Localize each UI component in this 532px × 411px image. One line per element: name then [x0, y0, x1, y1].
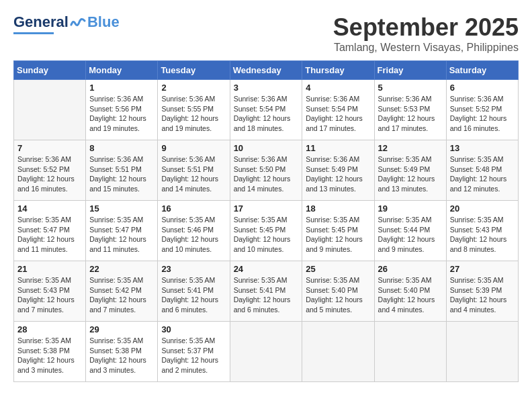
calendar-cell	[14, 80, 86, 140]
calendar-cell: 25Sunrise: 5:35 AM Sunset: 5:40 PM Dayli…	[302, 261, 374, 322]
calendar-week-row: 1Sunrise: 5:36 AM Sunset: 5:56 PM Daylig…	[14, 80, 519, 140]
calendar-cell: 21Sunrise: 5:35 AM Sunset: 5:43 PM Dayli…	[14, 261, 86, 322]
calendar-header-monday: Monday	[86, 61, 158, 80]
day-info: Sunrise: 5:36 AM Sunset: 5:54 PM Dayligh…	[234, 94, 299, 134]
calendar-table: SundayMondayTuesdayWednesdayThursdayFrid…	[13, 60, 519, 382]
calendar-week-row: 28Sunrise: 5:35 AM Sunset: 5:38 PM Dayli…	[14, 322, 519, 382]
day-number: 18	[306, 203, 370, 214]
day-info: Sunrise: 5:36 AM Sunset: 5:54 PM Dayligh…	[306, 94, 370, 134]
calendar-header-thursday: Thursday	[302, 61, 374, 80]
day-number: 24	[234, 264, 299, 274]
day-info: Sunrise: 5:35 AM Sunset: 5:39 PM Dayligh…	[450, 275, 515, 315]
calendar-cell: 4Sunrise: 5:36 AM Sunset: 5:54 PM Daylig…	[302, 80, 374, 140]
calendar-week-row: 14Sunrise: 5:35 AM Sunset: 5:47 PM Dayli…	[14, 201, 519, 261]
calendar-cell: 12Sunrise: 5:35 AM Sunset: 5:49 PM Dayli…	[374, 140, 446, 201]
calendar-week-row: 7Sunrise: 5:36 AM Sunset: 5:52 PM Daylig…	[14, 140, 519, 201]
calendar-cell: 9Sunrise: 5:36 AM Sunset: 5:51 PM Daylig…	[158, 140, 230, 201]
day-info: Sunrise: 5:35 AM Sunset: 5:47 PM Dayligh…	[17, 215, 82, 255]
day-info: Sunrise: 5:35 AM Sunset: 5:46 PM Dayligh…	[161, 215, 226, 255]
day-number: 30	[161, 324, 226, 334]
day-number: 22	[89, 264, 154, 274]
day-info: Sunrise: 5:35 AM Sunset: 5:42 PM Dayligh…	[89, 275, 154, 315]
day-number: 4	[306, 83, 370, 93]
day-number: 12	[378, 143, 443, 153]
day-number: 5	[378, 83, 443, 93]
calendar-cell: 19Sunrise: 5:35 AM Sunset: 5:44 PM Dayli…	[374, 201, 446, 261]
day-number: 9	[161, 143, 226, 153]
logo: GeneralBlue	[13, 13, 120, 34]
day-info: Sunrise: 5:35 AM Sunset: 5:48 PM Dayligh…	[450, 154, 515, 194]
day-info: Sunrise: 5:36 AM Sunset: 5:51 PM Dayligh…	[89, 154, 154, 194]
calendar-cell	[446, 322, 518, 382]
day-info: Sunrise: 5:35 AM Sunset: 5:45 PM Dayligh…	[234, 215, 299, 255]
month-title: September 2025	[333, 13, 519, 42]
day-info: Sunrise: 5:35 AM Sunset: 5:40 PM Dayligh…	[378, 275, 443, 315]
calendar-cell: 3Sunrise: 5:36 AM Sunset: 5:54 PM Daylig…	[230, 80, 302, 140]
calendar-cell: 2Sunrise: 5:36 AM Sunset: 5:55 PM Daylig…	[158, 80, 230, 140]
calendar-cell: 26Sunrise: 5:35 AM Sunset: 5:40 PM Dayli…	[374, 261, 446, 322]
day-info: Sunrise: 5:35 AM Sunset: 5:41 PM Dayligh…	[161, 275, 226, 315]
calendar-header-wednesday: Wednesday	[230, 61, 302, 80]
day-number: 7	[17, 143, 82, 153]
calendar-cell	[230, 322, 302, 382]
day-info: Sunrise: 5:36 AM Sunset: 5:53 PM Dayligh…	[378, 94, 443, 134]
day-info: Sunrise: 5:35 AM Sunset: 5:44 PM Dayligh…	[378, 215, 443, 255]
calendar-header-tuesday: Tuesday	[158, 61, 230, 80]
calendar-cell: 16Sunrise: 5:35 AM Sunset: 5:46 PM Dayli…	[158, 201, 230, 261]
calendar-header-sunday: Sunday	[14, 61, 86, 80]
day-number: 13	[450, 143, 515, 153]
day-info: Sunrise: 5:36 AM Sunset: 5:55 PM Dayligh…	[161, 94, 226, 134]
day-info: Sunrise: 5:36 AM Sunset: 5:50 PM Dayligh…	[234, 154, 299, 194]
page-header: GeneralBlue September 2025 Tamlang, West…	[13, 13, 519, 54]
day-number: 6	[450, 83, 515, 93]
day-info: Sunrise: 5:36 AM Sunset: 5:52 PM Dayligh…	[17, 154, 82, 194]
calendar-cell: 8Sunrise: 5:36 AM Sunset: 5:51 PM Daylig…	[86, 140, 158, 201]
calendar-cell: 22Sunrise: 5:35 AM Sunset: 5:42 PM Dayli…	[86, 261, 158, 322]
logo-general-text: General	[13, 13, 69, 31]
day-number: 19	[378, 203, 443, 214]
day-number: 20	[450, 203, 515, 214]
day-number: 1	[89, 83, 154, 93]
calendar-cell: 27Sunrise: 5:35 AM Sunset: 5:39 PM Dayli…	[446, 261, 518, 322]
calendar-cell: 23Sunrise: 5:35 AM Sunset: 5:41 PM Dayli…	[158, 261, 230, 322]
calendar-cell: 7Sunrise: 5:36 AM Sunset: 5:52 PM Daylig…	[14, 140, 86, 201]
calendar-cell: 6Sunrise: 5:36 AM Sunset: 5:52 PM Daylig…	[446, 80, 518, 140]
logo-underline	[13, 32, 54, 34]
calendar-header-saturday: Saturday	[446, 61, 518, 80]
calendar-cell: 11Sunrise: 5:36 AM Sunset: 5:49 PM Dayli…	[302, 140, 374, 201]
location-title: Tamlang, Western Visayas, Philippines	[333, 42, 519, 54]
day-number: 28	[17, 324, 82, 334]
day-info: Sunrise: 5:35 AM Sunset: 5:41 PM Dayligh…	[234, 275, 299, 315]
calendar-cell: 1Sunrise: 5:36 AM Sunset: 5:56 PM Daylig…	[86, 80, 158, 140]
calendar-cell: 14Sunrise: 5:35 AM Sunset: 5:47 PM Dayli…	[14, 201, 86, 261]
calendar-header-row: SundayMondayTuesdayWednesdayThursdayFrid…	[14, 61, 519, 80]
calendar-cell: 5Sunrise: 5:36 AM Sunset: 5:53 PM Daylig…	[374, 80, 446, 140]
calendar-cell: 29Sunrise: 5:35 AM Sunset: 5:38 PM Dayli…	[86, 322, 158, 382]
calendar-cell: 30Sunrise: 5:35 AM Sunset: 5:37 PM Dayli…	[158, 322, 230, 382]
day-info: Sunrise: 5:35 AM Sunset: 5:43 PM Dayligh…	[450, 215, 515, 255]
calendar-cell	[302, 322, 374, 382]
day-info: Sunrise: 5:35 AM Sunset: 5:37 PM Dayligh…	[161, 336, 226, 375]
day-number: 11	[306, 143, 370, 153]
day-info: Sunrise: 5:35 AM Sunset: 5:40 PM Dayligh…	[306, 275, 370, 315]
day-info: Sunrise: 5:35 AM Sunset: 5:49 PM Dayligh…	[378, 154, 443, 194]
calendar-cell: 10Sunrise: 5:36 AM Sunset: 5:50 PM Dayli…	[230, 140, 302, 201]
day-number: 25	[306, 264, 370, 274]
day-info: Sunrise: 5:36 AM Sunset: 5:56 PM Dayligh…	[89, 94, 154, 134]
day-number: 17	[234, 203, 299, 214]
day-number: 27	[450, 264, 515, 274]
day-number: 29	[89, 324, 154, 334]
day-number: 3	[234, 83, 299, 93]
day-info: Sunrise: 5:36 AM Sunset: 5:51 PM Dayligh…	[161, 154, 226, 194]
calendar-cell: 20Sunrise: 5:35 AM Sunset: 5:43 PM Dayli…	[446, 201, 518, 261]
day-number: 2	[161, 83, 226, 93]
calendar-cell: 17Sunrise: 5:35 AM Sunset: 5:45 PM Dayli…	[230, 201, 302, 261]
day-number: 10	[234, 143, 299, 153]
calendar-cell: 28Sunrise: 5:35 AM Sunset: 5:38 PM Dayli…	[14, 322, 86, 382]
calendar-cell: 15Sunrise: 5:35 AM Sunset: 5:47 PM Dayli…	[86, 201, 158, 261]
calendar-cell: 18Sunrise: 5:35 AM Sunset: 5:45 PM Dayli…	[302, 201, 374, 261]
day-number: 23	[161, 264, 226, 274]
day-number: 8	[89, 143, 154, 153]
day-info: Sunrise: 5:35 AM Sunset: 5:47 PM Dayligh…	[89, 215, 154, 255]
title-area: September 2025 Tamlang, Western Visayas,…	[333, 13, 519, 54]
